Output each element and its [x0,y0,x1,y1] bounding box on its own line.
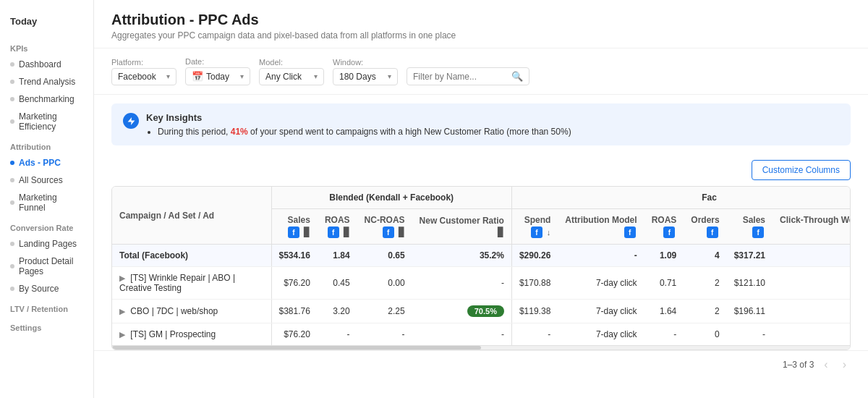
insights-box: Key Insights During this period, 41% of … [111,103,851,145]
fb-spend-header[interactable]: Spend f ↓ [511,209,558,245]
dot-icon [10,200,14,205]
sidebar-item-label: Trend Analysis [19,77,75,87]
table-toolbar: Customize Columns [111,154,851,186]
fb-sales-label: Sales [734,215,765,225]
fb-sales-header[interactable]: Sales f [727,209,773,245]
search-icon: 🔍 [511,71,523,82]
platform-select[interactable]: Facebook ▾ [111,68,176,85]
campaign-name: CBO | 7DC | web/shop [130,306,218,316]
campaign-cell: Total (Facebook) [112,245,271,267]
chevron-down-icon: ▾ [388,72,391,80]
expand-icon[interactable]: ▶ [119,330,125,339]
spend-cell: $290.26 [511,245,558,267]
blended-roas-header[interactable]: ROAS f ▊ [318,209,357,245]
data-table: Campaign / Ad Set / Ad Blended (Kendall … [112,187,850,345]
table-scroll[interactable]: Campaign / Ad Set / Ad Blended (Kendall … [112,187,850,345]
calendar-icon: 📅 [192,71,203,82]
facebook-icon: f [624,226,636,238]
dot-icon [10,97,14,101]
sales-cell: $76.20 [271,267,318,300]
sidebar-item-label: Marketing Funnel [19,192,83,213]
sidebar-item-landing-pages[interactable]: Landing Pages [0,235,93,253]
platform-label: Platform: [111,58,176,67]
roas-cell: 1.84 [318,245,357,267]
fb-roas-header[interactable]: ROAS f [644,209,684,245]
sidebar-item-label: Marketing Efficiency [19,111,83,132]
bar-chart-icon: ▊ [304,227,310,237]
sidebar-item-dashboard[interactable]: Dashboard [0,56,93,73]
ctsales-cell: $317.21 [773,245,850,267]
sidebar-item-ads-ppc[interactable]: Ads - PPC [0,154,93,172]
sidebar-item-label: Ads - PPC [19,158,61,168]
blended-roas-icons: f ▊ [325,226,350,238]
window-filter-group: Window: 180 Days ▾ [333,58,398,85]
expand-icon[interactable]: ▶ [119,307,125,316]
pagination: 1–3 of 3 ‹ › [94,350,868,378]
sales-fb-cell: $317.21 [727,245,773,267]
campaign-name: [TS] GM | Prospecting [130,329,216,339]
attribution-section-title: Attribution [0,135,93,154]
facebook-icon: f [663,226,675,238]
table-wrapper: Campaign / Ad Set / Ad Blended (Kendall … [111,186,851,350]
blended-sales-label: Sales [279,215,310,225]
facebook-group-header: Fac [511,187,850,209]
page-subtitle: Aggregates your PPC campaign data and pi… [111,30,851,41]
sidebar-item-product-detail[interactable]: Product Detail Pages [0,253,93,280]
window-select[interactable]: 180 Days ▾ [333,68,398,85]
search-input[interactable] [413,72,507,82]
fb-ctsales-icons: f [780,226,850,238]
sidebar-item-label: Benchmarking [19,94,75,104]
ncratio-cell: - [412,267,512,300]
blended-ncratio-header[interactable]: New Customer Ratio ▊ [412,209,512,245]
spend-cell: $170.88 [511,267,558,300]
expand-icon[interactable]: ▶ [119,274,125,282]
kpis-section-title: KPIs [0,37,93,56]
search-box[interactable]: 🔍 [407,67,529,85]
sidebar-item-benchmarking[interactable]: Benchmarking [0,90,93,108]
sidebar-item-marketing-funnel[interactable]: Marketing Funnel [0,189,93,216]
lightning-icon [127,117,136,126]
fb-orders-header[interactable]: Orders f [684,209,726,245]
insights-content: Key Insights During this period, 41% of … [146,112,571,137]
ncratio-cell: 35.2% [412,245,512,267]
window-value: 180 Days [339,72,376,82]
blended-ncroas-header[interactable]: NC-ROAS f ▊ [357,209,412,245]
prev-page-button[interactable]: ‹ [820,357,832,373]
blended-sales-header[interactable]: Sales f ▊ [271,209,318,245]
sidebar-item-marketing-efficiency[interactable]: Marketing Efficiency [0,108,93,135]
dot-icon [10,178,14,182]
model-filter-group: Model: Any Click ▾ [259,58,324,85]
settings-section-title: Settings [0,316,93,335]
dot-icon [10,119,14,124]
fb-attrmodel-icons: f [565,226,637,238]
fb-attrmodel-header[interactable]: Attribution Model f [558,209,644,245]
attrmodel-cell: 7-day click [558,267,644,300]
main-content: Attribution - PPC Ads Aggregates your PP… [94,0,868,398]
model-select[interactable]: Any Click ▾ [259,68,324,85]
ncratio-cell: 70.5% [412,300,512,323]
facebook-icon: f [531,226,542,238]
fb-spend-icons: f ↓ [519,226,550,238]
sidebar-item-all-sources[interactable]: All Sources [0,172,93,189]
sidebar-item-label: Dashboard [19,59,61,69]
today-label: Today [0,9,93,37]
next-page-button[interactable]: › [838,357,851,373]
blended-header-label: Blended (Kendall + Facebook) [329,192,454,203]
scroll-bar[interactable] [112,345,850,350]
orders-cell: 2 [684,300,726,323]
model-value: Any Click [265,72,302,82]
model-label: Model: [259,58,324,67]
roas-cell: 0.45 [318,267,357,300]
ncroas-cell: 0.65 [357,245,412,267]
nc-ratio-badge: 70.5% [467,305,504,317]
blended-ncroas-icons: f ▊ [365,226,405,238]
roas-fb-cell: - [644,323,684,346]
date-select[interactable]: 📅 Today ▾ [185,67,250,85]
sidebar-item-by-source[interactable]: By Source [0,280,93,297]
fb-sales-icons: f [734,226,765,238]
sidebar-item-trend-analysis[interactable]: Trend Analysis [0,73,93,90]
fb-ctsales-header[interactable]: Click-Through Website Sales f [773,209,850,245]
customize-columns-button[interactable]: Customize Columns [752,160,851,180]
blended-sales-icons: f ▊ [279,226,310,238]
filters-row: Platform: Facebook ▾ Date: 📅 Today ▾ Mod… [94,48,868,95]
